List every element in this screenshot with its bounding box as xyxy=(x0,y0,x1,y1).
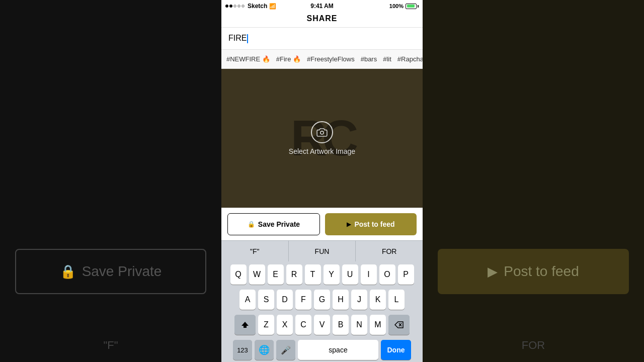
key-t[interactable]: T xyxy=(305,264,321,285)
bg-hint-f: "F" xyxy=(103,339,118,352)
hashtag-row[interactable]: #NEWFIRE 🔥 #Fire 🔥 #FreestyleFlows #bars… xyxy=(221,50,423,69)
autocomplete-item-1[interactable]: FUN xyxy=(289,241,356,261)
bg-post-button: ▶ Post to feed xyxy=(438,249,629,294)
artwork-area[interactable]: RC Select Artwork Image xyxy=(221,69,423,208)
key-j[interactable]: J xyxy=(351,290,367,310)
select-artwork-text: Select Artwork Image xyxy=(289,147,355,155)
keyboard-row-4: 123 🌐 🎤 space Done xyxy=(223,340,421,360)
carrier-name: Sketch xyxy=(248,3,267,10)
key-done[interactable]: Done xyxy=(381,340,411,360)
key-z[interactable]: Z xyxy=(258,315,274,335)
key-v[interactable]: V xyxy=(314,315,330,335)
key-k[interactable]: K xyxy=(370,290,386,310)
key-p[interactable]: P xyxy=(398,264,414,285)
caption-input-area[interactable]: FIRE xyxy=(221,28,423,50)
lock-icon: 🔒 xyxy=(248,221,255,228)
key-shift[interactable] xyxy=(234,315,256,335)
post-to-feed-button[interactable]: ▶ Post to feed xyxy=(325,213,417,235)
camera-icon xyxy=(311,121,333,143)
key-e[interactable]: E xyxy=(268,264,284,285)
key-r[interactable]: R xyxy=(286,264,302,285)
save-private-button[interactable]: 🔒 Save Private xyxy=(227,213,320,235)
key-u[interactable]: U xyxy=(342,264,358,285)
key-y[interactable]: Y xyxy=(324,264,340,285)
key-o[interactable]: O xyxy=(379,264,395,285)
key-a[interactable]: A xyxy=(239,290,256,310)
key-l[interactable]: L xyxy=(388,290,405,310)
post-feed-label: Post to feed xyxy=(354,220,394,228)
signal-dot-4 xyxy=(237,5,240,8)
svg-point-0 xyxy=(320,131,324,134)
keyboard-row-1: Q W E R T Y U I O P xyxy=(223,264,421,285)
battery-fill xyxy=(407,5,415,8)
signal-dot-1 xyxy=(225,5,228,8)
hashtag-item-2[interactable]: #FreestyleFlows xyxy=(307,55,355,63)
hashtag-item-0[interactable]: #NEWFIRE 🔥 xyxy=(226,55,270,63)
bg-save-text: Save Private xyxy=(82,263,162,280)
svg-marker-1 xyxy=(242,322,249,328)
save-private-label: Save Private xyxy=(258,220,300,228)
key-m[interactable]: M xyxy=(370,315,386,335)
signal-dot-5 xyxy=(242,5,245,8)
battery-percent: 100% xyxy=(389,3,404,9)
key-d[interactable]: D xyxy=(277,290,293,310)
keyboard[interactable]: Q W E R T Y U I O P A S D F G H J K L xyxy=(221,261,423,362)
action-buttons: 🔒 Save Private ▶ Post to feed xyxy=(221,208,423,240)
battery-body xyxy=(406,4,417,9)
battery-icon xyxy=(406,4,419,9)
signal-dots xyxy=(225,5,245,8)
play-icon: ▶ xyxy=(347,221,351,228)
bg-keyboard-hint: "F" xyxy=(0,339,221,352)
shift-icon xyxy=(241,321,249,329)
autocomplete-item-2[interactable]: FOR xyxy=(356,241,423,261)
backspace-icon xyxy=(394,321,404,328)
keyboard-row-2: A S D F G H J K L xyxy=(223,290,421,310)
keyboard-row-3: Z X C V B N M xyxy=(223,315,421,335)
hashtag-item-3[interactable]: #bars xyxy=(361,55,377,63)
share-header: SHARE xyxy=(221,11,423,28)
bg-right-panel: ▶ Post to feed FOR xyxy=(423,0,644,362)
status-left: Sketch 📶 xyxy=(225,3,276,10)
camera-svg xyxy=(316,128,328,137)
key-n[interactable]: N xyxy=(351,315,367,335)
key-numbers[interactable]: 123 xyxy=(233,340,252,360)
key-f[interactable]: F xyxy=(295,290,311,310)
phone-frame: Sketch 📶 9:41 AM 100% SHARE FIRE #NEWFIR… xyxy=(221,0,423,362)
hashtag-item-5[interactable]: #Rapcha xyxy=(397,55,423,63)
status-right: 100% xyxy=(389,3,419,9)
battery-tip xyxy=(418,5,419,8)
key-w[interactable]: W xyxy=(249,264,265,285)
caption-text: FIRE xyxy=(228,34,247,42)
bg-left-panel: 🔒 Save Private "F" xyxy=(0,0,221,362)
key-c[interactable]: C xyxy=(295,315,311,335)
signal-dot-3 xyxy=(233,5,236,8)
artwork-overlay: Select Artwork Image xyxy=(289,121,355,155)
key-s[interactable]: S xyxy=(258,290,274,310)
wifi-icon: 📶 xyxy=(269,3,276,10)
key-x[interactable]: X xyxy=(277,315,293,335)
status-time: 9:41 AM xyxy=(310,3,334,10)
hashtag-item-4[interactable]: #lit xyxy=(383,55,391,63)
key-microphone[interactable]: 🎤 xyxy=(276,340,295,360)
key-backspace[interactable] xyxy=(388,315,410,335)
share-title: SHARE xyxy=(306,14,337,23)
key-space[interactable]: space xyxy=(298,340,378,360)
key-h[interactable]: H xyxy=(333,290,349,310)
text-cursor xyxy=(247,34,248,43)
key-b[interactable]: B xyxy=(333,315,349,335)
bg-post-text: Post to feed xyxy=(504,263,579,280)
signal-dot-2 xyxy=(229,5,232,8)
bg-save-button: 🔒 Save Private xyxy=(15,249,206,294)
autocomplete-bar[interactable]: "F" FUN FOR xyxy=(221,240,423,261)
key-q[interactable]: Q xyxy=(230,264,247,285)
hashtag-item-1[interactable]: #Fire 🔥 xyxy=(276,55,301,63)
key-i[interactable]: I xyxy=(361,264,377,285)
key-globe[interactable]: 🌐 xyxy=(255,340,274,360)
status-bar: Sketch 📶 9:41 AM 100% xyxy=(221,0,423,11)
bg-keyboard-hint-right: FOR xyxy=(423,339,644,352)
bg-hint-for: FOR xyxy=(522,339,545,352)
autocomplete-item-0[interactable]: "F" xyxy=(221,241,289,261)
key-g[interactable]: G xyxy=(314,290,330,310)
